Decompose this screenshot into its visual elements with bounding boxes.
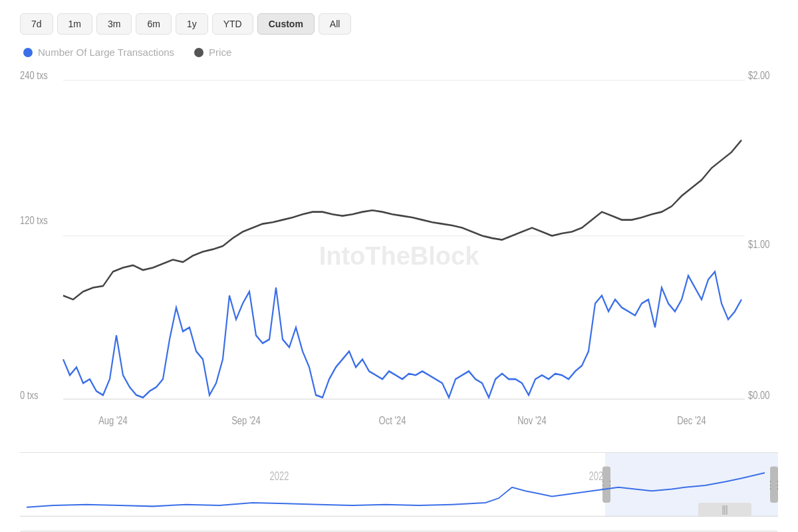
time-btn-all[interactable]: All bbox=[319, 13, 352, 35]
price-line bbox=[63, 140, 741, 300]
main-chart-area: IntoTheBlock 240 txs 120 txs 0 txs $2.00… bbox=[20, 65, 778, 447]
svg-text:Aug '24: Aug '24 bbox=[98, 415, 128, 426]
legend: Number Of Large TransactionsPrice bbox=[20, 47, 778, 58]
svg-rect-16 bbox=[605, 453, 778, 516]
svg-text:$1.00: $1.00 bbox=[748, 238, 770, 249]
svg-text:2024: 2024 bbox=[589, 469, 608, 482]
legend-item-dark: Price bbox=[194, 47, 231, 58]
time-btn-6m[interactable]: 6m bbox=[136, 13, 171, 35]
legend-dot-blue bbox=[23, 48, 33, 57]
svg-text:Sep '24: Sep '24 bbox=[231, 415, 261, 426]
navigator-svg: ⋮⋮ ⋮⋮ 2022 2024 ||| bbox=[20, 453, 778, 525]
svg-text:$2.00: $2.00 bbox=[748, 69, 770, 80]
navigator-section: ⋮⋮ ⋮⋮ 2022 2024 ||| ◀ ▶ bbox=[20, 452, 778, 525]
legend-item-blue: Number Of Large Transactions bbox=[23, 47, 174, 58]
legend-label-dark: Price bbox=[209, 47, 231, 58]
time-btn-7d[interactable]: 7d bbox=[20, 13, 53, 35]
time-range-bar: 7d1m3m6m1yYTDCustomAll bbox=[20, 13, 778, 35]
svg-text:120 txs: 120 txs bbox=[20, 214, 48, 225]
svg-text:Nov '24: Nov '24 bbox=[517, 415, 547, 426]
time-btn-ytd[interactable]: YTD bbox=[212, 13, 253, 35]
svg-text:240 txs: 240 txs bbox=[20, 69, 48, 80]
svg-text:$0.00: $0.00 bbox=[748, 390, 770, 401]
svg-text:0 txs: 0 txs bbox=[20, 390, 38, 401]
svg-text:Dec '24: Dec '24 bbox=[677, 415, 706, 426]
legend-label-blue: Number Of Large Transactions bbox=[38, 47, 174, 58]
svg-text:|||: ||| bbox=[722, 503, 728, 515]
main-chart-svg: 240 txs 120 txs 0 txs $2.00 $1.00 $0.00 … bbox=[20, 65, 778, 447]
transactions-line bbox=[63, 271, 741, 397]
time-btn-1m[interactable]: 1m bbox=[57, 13, 92, 35]
time-btn-custom[interactable]: Custom bbox=[257, 13, 315, 35]
svg-text:2022: 2022 bbox=[270, 469, 289, 482]
chart-wrapper: IntoTheBlock 240 txs 120 txs 0 txs $2.00… bbox=[20, 65, 778, 525]
legend-dot-dark bbox=[194, 48, 203, 57]
svg-text:Oct '24: Oct '24 bbox=[379, 415, 406, 426]
time-btn-1y[interactable]: 1y bbox=[176, 13, 208, 35]
main-container: 7d1m3m6m1yYTDCustomAll Number Of Large T… bbox=[0, 0, 798, 532]
svg-text:⋮⋮: ⋮⋮ bbox=[767, 479, 778, 490]
time-btn-3m[interactable]: 3m bbox=[96, 13, 132, 35]
